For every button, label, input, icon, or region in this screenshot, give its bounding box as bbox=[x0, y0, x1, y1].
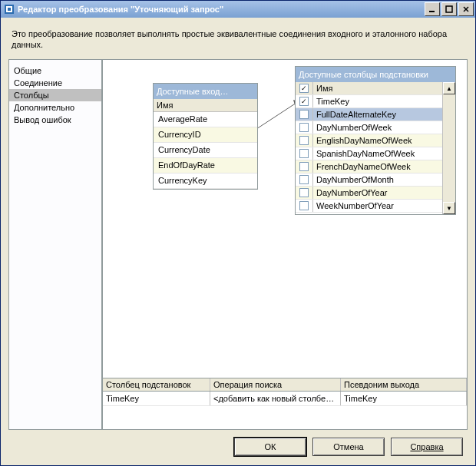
lookup-row[interactable]: FullDateAlternateKey bbox=[296, 108, 442, 121]
lookup-row[interactable]: ✓ TimeKey bbox=[296, 95, 442, 108]
main-panel: Доступные вход… Имя AverageRate Currency… bbox=[102, 59, 468, 430]
dialog-window: Редактор преобразования "Уточняющий запр… bbox=[0, 0, 476, 466]
lookup-row-checkbox[interactable] bbox=[299, 162, 309, 171]
lookup-row-checkbox[interactable] bbox=[299, 136, 309, 145]
grid-cell-operation[interactable]: <добавить как новый столбе… bbox=[210, 392, 341, 405]
grid-cell-lookup-col[interactable]: TimeKey bbox=[103, 392, 210, 405]
cancel-button[interactable]: Отмена bbox=[312, 438, 385, 456]
nav-item-advanced[interactable]: Дополнительно bbox=[9, 101, 101, 114]
lookup-header-row[interactable]: ✓ Имя bbox=[296, 82, 442, 95]
lookup-row[interactable]: EnglishDayNameOfWeek bbox=[296, 134, 442, 147]
input-column-row[interactable]: CurrencyID bbox=[154, 127, 257, 143]
nav-item-error-output[interactable]: Вывод ошибок bbox=[9, 114, 101, 126]
lookup-row-checkbox[interactable]: ✓ bbox=[299, 97, 309, 106]
grid-header-output-alias[interactable]: Псевдоним выхода bbox=[341, 378, 467, 391]
lookup-row[interactable]: FrenchDayNameOfWeek bbox=[296, 160, 442, 174]
nav-item-columns[interactable]: Столбцы bbox=[9, 89, 101, 101]
grid-row[interactable]: TimeKey <добавить как новый столбе… Time… bbox=[103, 392, 467, 406]
grid-header-operation[interactable]: Операция поиска bbox=[210, 378, 341, 391]
dialog-buttons: ОК Отмена Справка bbox=[8, 430, 468, 459]
lookup-row[interactable]: WeekNumberOfYear bbox=[296, 200, 442, 213]
input-columns-title: Доступные вход… bbox=[154, 84, 257, 99]
lookup-row[interactable]: DayNumberOfYear bbox=[296, 187, 442, 200]
help-button[interactable]: Справка bbox=[391, 438, 463, 456]
svg-rect-3 bbox=[429, 11, 435, 12]
lookup-row-checkbox[interactable] bbox=[299, 201, 309, 210]
titlebar[interactable]: Редактор преобразования "Уточняющий запр… bbox=[1, 1, 475, 18]
scroll-down-button[interactable]: ▼ bbox=[443, 202, 455, 214]
input-column-row[interactable]: AverageRate bbox=[154, 112, 257, 127]
lookup-columns-list: ✓ Имя ✓ TimeKey FullDateAlternateKey bbox=[296, 82, 442, 214]
ok-button[interactable]: ОК bbox=[234, 438, 306, 456]
svg-line-7 bbox=[256, 101, 299, 129]
input-columns-header[interactable]: Имя bbox=[154, 99, 257, 112]
window-title: Редактор преобразования "Уточняющий запр… bbox=[18, 5, 423, 14]
lookup-row-checkbox[interactable] bbox=[299, 149, 309, 158]
scroll-up-button[interactable]: ▲ bbox=[443, 82, 455, 94]
maximize-button[interactable] bbox=[441, 2, 457, 16]
lookup-row[interactable]: DayNumberOfMonth bbox=[296, 174, 442, 187]
lookup-columns-title: Доступные столбцы подстановки bbox=[296, 67, 455, 82]
lookup-row[interactable]: SpanishDayNameOfWeek bbox=[296, 147, 442, 160]
lookup-row-checkbox[interactable] bbox=[299, 110, 309, 119]
columns-area: Доступные вход… Имя AverageRate Currency… bbox=[103, 60, 467, 378]
input-columns-box[interactable]: Доступные вход… Имя AverageRate Currency… bbox=[153, 83, 258, 190]
app-icon bbox=[4, 4, 15, 15]
close-button[interactable] bbox=[458, 2, 474, 16]
svg-rect-2 bbox=[8, 8, 11, 11]
nav-item-connection[interactable]: Соединение bbox=[9, 77, 101, 89]
mapping-grid: Столбец подстановок Операция поиска Псев… bbox=[103, 378, 467, 429]
svg-rect-4 bbox=[446, 6, 452, 12]
lookup-row-checkbox[interactable] bbox=[299, 188, 309, 197]
window-buttons bbox=[423, 2, 474, 16]
lookup-columns-box[interactable]: Доступные столбцы подстановки ✓ Имя ✓ Ti… bbox=[295, 66, 456, 215]
input-column-row[interactable]: CurrencyKey bbox=[154, 174, 257, 189]
lookup-row-checkbox[interactable] bbox=[299, 175, 309, 184]
grid-cell-output-alias[interactable]: TimeKey bbox=[341, 392, 467, 405]
lookup-row-checkbox[interactable] bbox=[299, 123, 309, 132]
content-row: Общие Соединение Столбцы Дополнительно В… bbox=[8, 59, 468, 430]
input-column-row[interactable]: EndOfDayRate bbox=[154, 158, 257, 174]
nav-panel: Общие Соединение Столбцы Дополнительно В… bbox=[8, 59, 102, 430]
grid-header-lookup-col[interactable]: Столбец подстановок bbox=[103, 378, 210, 391]
nav-item-general[interactable]: Общие bbox=[9, 64, 101, 77]
dialog-body: Это преобразование позволяет выполнять п… bbox=[1, 18, 475, 465]
lookup-header-label: Имя bbox=[313, 84, 332, 93]
description-text: Это преобразование позволяет выполнять п… bbox=[12, 28, 464, 50]
grid-header: Столбец подстановок Операция поиска Псев… bbox=[103, 378, 467, 392]
lookup-row[interactable]: DayNumberOfWeek bbox=[296, 121, 442, 134]
input-column-row[interactable]: CurrencyDate bbox=[154, 143, 257, 158]
lookup-header-checkbox[interactable]: ✓ bbox=[299, 84, 309, 93]
lookup-scrollbar[interactable]: ▲ ▼ bbox=[442, 82, 455, 214]
minimize-button[interactable] bbox=[425, 2, 440, 16]
